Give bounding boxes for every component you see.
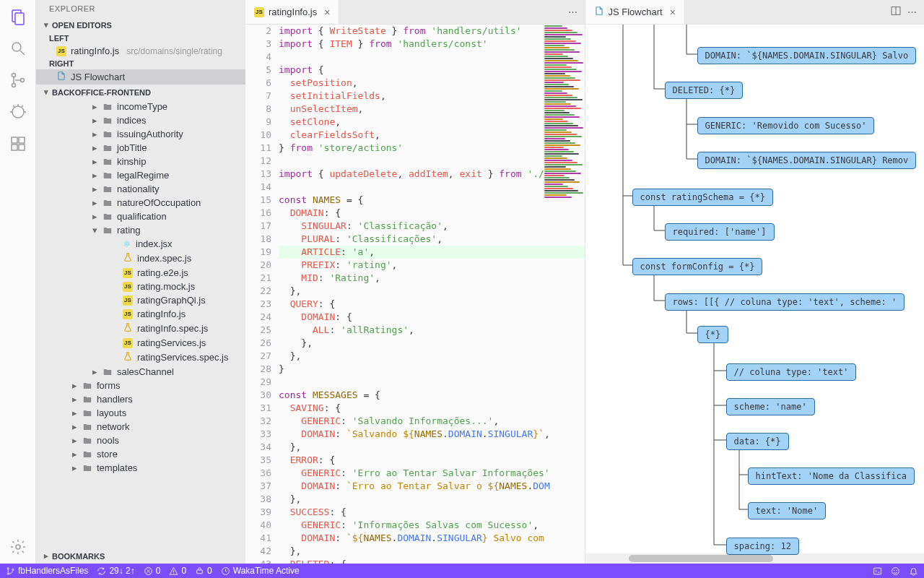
close-icon[interactable]: × bbox=[670, 7, 676, 18]
open-editor-right[interactable]: JS Flowchart bbox=[36, 69, 245, 85]
svg-rect-52 bbox=[197, 569, 203, 573]
more-icon[interactable]: ⋯ bbox=[907, 7, 917, 17]
flowchart-node[interactable]: const formConfig = {*} bbox=[632, 258, 763, 275]
flowchart-node[interactable]: GENERIC: 'Removido com Sucesso' bbox=[697, 117, 875, 134]
flowchart-node[interactable]: data: {*} bbox=[726, 433, 789, 450]
tree-item[interactable]: ⚛index.jsx bbox=[36, 237, 245, 251]
tree-item[interactable]: ▸handlers bbox=[36, 392, 245, 406]
flowchart-node[interactable]: rows: [[{ // coluna type: 'text', scheme… bbox=[665, 293, 905, 311]
source-control-icon[interactable] bbox=[9, 71, 27, 90]
tree-item[interactable]: ▸nationality bbox=[36, 182, 245, 196]
svg-point-51 bbox=[174, 573, 175, 574]
extensions-icon[interactable] bbox=[9, 134, 27, 153]
debug-icon[interactable] bbox=[9, 103, 27, 121]
tree-item[interactable]: JSratingServices.js bbox=[36, 336, 245, 350]
svg-rect-1 bbox=[15, 13, 24, 25]
code-editor[interactable]: 2345678910111213141516171819202122232425… bbox=[245, 25, 585, 564]
section-bookmarks[interactable]: ▸BOOKMARKS bbox=[36, 548, 245, 564]
flowchart-node[interactable]: required: ['name'] bbox=[665, 223, 775, 241]
svg-rect-54 bbox=[874, 568, 881, 574]
svg-point-5 bbox=[12, 84, 15, 87]
flowchart-node[interactable]: // coluna type: 'text' bbox=[726, 363, 857, 381]
tree-item[interactable]: ▸templates bbox=[36, 461, 245, 475]
tree-item[interactable]: JSrating.mock.js bbox=[36, 280, 245, 293]
svg-point-17 bbox=[16, 545, 20, 549]
tree-item[interactable]: ratingServices.spec.js bbox=[36, 350, 245, 365]
flowchart-node[interactable]: spacing: 12 bbox=[726, 538, 799, 555]
flowchart-file-icon bbox=[594, 6, 604, 18]
svg-rect-14 bbox=[19, 137, 25, 143]
status-warnings[interactable]: 0 bbox=[169, 566, 186, 576]
status-sync[interactable]: 29↓ 2↑ bbox=[97, 566, 134, 576]
tab-flowchart[interactable]: JS Flowchart × bbox=[585, 0, 685, 24]
tree-item[interactable]: ▸store bbox=[36, 447, 245, 461]
tree-item[interactable]: JSrating.e2e.js bbox=[36, 266, 245, 280]
flowchart-node[interactable]: scheme: 'name' bbox=[726, 398, 815, 415]
search-icon[interactable] bbox=[9, 39, 27, 58]
explorer-icon[interactable] bbox=[9, 7, 27, 26]
group-left: LEFT bbox=[36, 33, 245, 44]
flowchart-node[interactable]: {*} bbox=[697, 326, 729, 343]
flowchart-node[interactable]: DOMAIN: `${NAMES.DOMAIN.SINGULAR} Salvo bbox=[697, 47, 917, 64]
file-tree: ▸incomeType▸indices▸issuingAuthority▸job… bbox=[36, 100, 245, 548]
status-feedback-icon[interactable] bbox=[891, 566, 900, 576]
tree-item[interactable]: ▸nools bbox=[36, 434, 245, 447]
tab-ratinginfo[interactable]: JS ratingInfo.js × bbox=[245, 0, 339, 24]
flowchart-node[interactable]: const ratingSchema = {*} bbox=[632, 189, 773, 206]
open-editor-left[interactable]: JS ratingInfo.js src/domains/single/rati… bbox=[36, 44, 245, 58]
tree-item[interactable]: ▸issuingAuthority bbox=[36, 127, 245, 141]
flowchart-node[interactable]: text: 'Nome' bbox=[748, 502, 827, 519]
tree-item[interactable]: ▸natureOfOccupation bbox=[36, 196, 245, 210]
status-bell-icon[interactable] bbox=[909, 566, 918, 576]
tree-item[interactable]: ▸jobTitle bbox=[36, 141, 245, 155]
scrollbar-thumb[interactable] bbox=[629, 555, 773, 562]
tree-item[interactable]: ▸salesChannel bbox=[36, 365, 245, 379]
tree-item[interactable]: ▸layouts bbox=[36, 406, 245, 420]
tree-item[interactable]: ▸qualification bbox=[36, 210, 245, 223]
status-bar: fbHandlersAsFiles 29↓ 2↑ 0 0 0 WakaTime … bbox=[0, 564, 924, 578]
tree-item[interactable]: ▸legalRegime bbox=[36, 168, 245, 182]
svg-point-7 bbox=[12, 106, 24, 118]
horizontal-scrollbar[interactable] bbox=[585, 553, 925, 564]
status-branch[interactable]: fbHandlersAsFiles bbox=[6, 566, 88, 576]
svg-line-12 bbox=[22, 105, 23, 107]
tree-item[interactable]: ▸incomeType bbox=[36, 100, 245, 113]
svg-point-44 bbox=[7, 567, 9, 569]
flowchart-node[interactable]: DELETED: {*} bbox=[665, 82, 744, 99]
tree-item[interactable]: ▸indices bbox=[36, 113, 245, 127]
svg-point-56 bbox=[894, 570, 895, 571]
flowchart-canvas[interactable]: DOMAIN: `${NAMES.DOMAIN.SINGULAR} SalvoD… bbox=[585, 25, 925, 564]
sidebar-title: EXPLORER bbox=[36, 0, 245, 17]
status-errors[interactable]: 0 bbox=[144, 566, 161, 576]
tree-item[interactable]: ▸kinship bbox=[36, 155, 245, 168]
tree-item[interactable]: ratingInfo.spec.js bbox=[36, 321, 245, 336]
split-editor-icon[interactable] bbox=[890, 5, 902, 19]
activity-bar bbox=[0, 0, 36, 564]
close-icon[interactable]: × bbox=[324, 7, 330, 18]
settings-gear-icon[interactable] bbox=[9, 538, 27, 556]
svg-point-2 bbox=[12, 43, 21, 51]
section-open-editors[interactable]: ▾OPEN EDITORS bbox=[36, 17, 245, 33]
svg-rect-16 bbox=[19, 144, 25, 150]
flowchart-node[interactable]: DOMAIN: `${NAMES.DOMAIN.SINGULAR} Remov bbox=[697, 152, 917, 169]
svg-point-45 bbox=[7, 573, 9, 574]
status-ports[interactable]: 0 bbox=[195, 566, 212, 576]
svg-line-11 bbox=[13, 105, 14, 107]
editor-pane-left: JS ratingInfo.js × ⋯ 2345678910111213141… bbox=[245, 0, 585, 564]
tree-item[interactable]: ▸network bbox=[36, 420, 245, 434]
svg-point-6 bbox=[20, 79, 24, 82]
tree-item[interactable]: index.spec.js bbox=[36, 251, 245, 266]
more-icon[interactable]: ⋯ bbox=[568, 7, 578, 17]
status-wakatime[interactable]: WakaTime Active bbox=[221, 566, 300, 576]
tab-actions-left: ⋯ bbox=[561, 0, 585, 24]
tree-item[interactable]: ▸forms bbox=[36, 379, 245, 392]
flowchart-node[interactable]: hintText: 'Nome da Classifica bbox=[748, 467, 915, 485]
section-project[interactable]: ▾BACKOFFICE-FRONTEND bbox=[36, 85, 245, 100]
status-terminal-icon[interactable] bbox=[873, 566, 882, 576]
tree-item[interactable]: JSratingGraphQl.js bbox=[36, 293, 245, 307]
tree-item[interactable]: ▾rating bbox=[36, 223, 245, 237]
editor-pane-right: JS Flowchart × ⋯ DOMAIN: `${NAMES.DOMAIN… bbox=[585, 0, 925, 564]
svg-point-46 bbox=[12, 569, 14, 570]
tree-item[interactable]: JSratingInfo.js bbox=[36, 307, 245, 321]
svg-point-55 bbox=[892, 567, 899, 574]
